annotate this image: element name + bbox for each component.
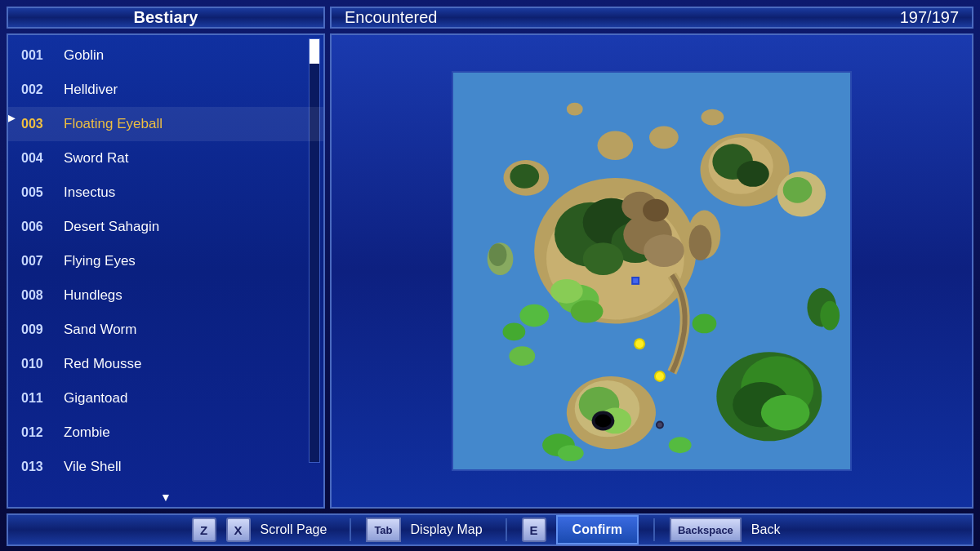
list-item[interactable]: 004Sword Rat: [8, 141, 323, 176]
encounter-count: 197/197: [900, 8, 959, 27]
entry-name: Helldiver: [64, 82, 118, 98]
encountered-label: Encountered: [345, 8, 437, 27]
svg-point-10: [550, 279, 583, 304]
bottom-bar: Z X Scroll Page Tab Display Map E Confir…: [7, 513, 973, 546]
svg-point-49: [567, 103, 583, 116]
svg-point-27: [761, 395, 810, 431]
entry-name: Vile Shell: [64, 459, 122, 475]
entry-number: 004: [21, 151, 64, 166]
entry-name: Red Mousse: [64, 356, 141, 372]
entry-name: Sword Rat: [64, 150, 128, 167]
top-bar: Bestiary Encountered 197/197: [7, 7, 973, 29]
list-item[interactable]: 007Flying Eyes: [8, 244, 323, 278]
separator-1: [350, 518, 351, 541]
entry-name: Sand Worm: [64, 322, 136, 338]
list-item[interactable]: 012Zombie: [8, 415, 323, 450]
entry-number: 013: [21, 460, 64, 474]
svg-point-44: [503, 322, 526, 340]
entry-number: 007: [21, 254, 64, 269]
entry-number: 008: [21, 288, 64, 303]
list-item[interactable]: 013Vile Shell: [8, 450, 323, 484]
entry-name: Hundlegs: [64, 287, 122, 304]
z-key-button[interactable]: Z: [192, 518, 216, 542]
scrollbar-thumb[interactable]: [310, 39, 319, 64]
svg-point-33: [595, 415, 612, 428]
list-item[interactable]: 001Goblin: [8, 38, 323, 73]
backspace-key-button[interactable]: Backspace: [670, 518, 742, 542]
list-item[interactable]: 005Insectus: [8, 176, 323, 210]
entry-number: 006: [21, 220, 64, 234]
svg-point-19: [510, 164, 539, 189]
entry-number: 001: [21, 48, 64, 63]
entry-number: 002: [21, 82, 64, 97]
world-map-svg: [453, 73, 850, 469]
svg-point-39: [656, 372, 664, 380]
svg-point-8: [644, 234, 684, 267]
list-item[interactable]: 006Desert Sahagin: [8, 210, 323, 244]
svg-point-11: [571, 300, 604, 323]
svg-point-45: [509, 346, 535, 366]
list-item[interactable]: 011Gigantoad: [8, 381, 323, 415]
svg-point-42: [693, 314, 717, 334]
scroll-page-label: Scroll Page: [261, 522, 327, 537]
entry-name: Floating Eyeball: [64, 116, 163, 132]
scrollbar[interactable]: [309, 38, 320, 463]
map-panel: [330, 33, 973, 509]
svg-point-21: [649, 126, 679, 149]
svg-point-37: [635, 340, 644, 348]
svg-point-23: [689, 224, 712, 260]
svg-point-56: [489, 243, 507, 266]
middle-content: 001Goblin002Helldiver▶003Floating Eyebal…: [7, 33, 973, 509]
list-item[interactable]: 008Hundlegs: [8, 278, 323, 313]
list-panel: 001Goblin002Helldiver▶003Floating Eyebal…: [7, 33, 325, 509]
svg-point-54: [669, 437, 692, 453]
svg-point-17: [783, 177, 813, 203]
entry-name: Desert Sahagin: [64, 219, 159, 235]
entry-name: Goblin: [64, 47, 104, 64]
selection-cursor: ▶: [8, 107, 16, 128]
list-item[interactable]: 010Red Mousse: [8, 347, 323, 381]
svg-point-6: [583, 242, 624, 275]
svg-point-15: [737, 161, 769, 187]
world-map-container: [452, 71, 852, 471]
svg-point-20: [598, 131, 634, 160]
back-label: Back: [751, 522, 781, 537]
tab-key-button[interactable]: Tab: [366, 518, 400, 542]
entry-number: 010: [21, 357, 64, 371]
entry-number: 003: [21, 117, 64, 131]
entry-number: 011: [21, 391, 64, 406]
entry-name: Gigantoad: [64, 390, 127, 407]
confirm-button[interactable]: Confirm: [556, 515, 639, 544]
entry-number: 009: [21, 322, 64, 337]
list-item[interactable]: 002Helldiver: [8, 73, 323, 107]
entry-number: 012: [21, 425, 64, 440]
scroll-down-arrow: ▼: [8, 487, 323, 507]
svg-point-47: [820, 301, 840, 331]
entry-name: Insectus: [64, 184, 115, 201]
x-key-button[interactable]: X: [226, 518, 251, 542]
svg-point-43: [519, 304, 549, 327]
display-map-label: Display Map: [411, 522, 483, 537]
separator-2: [506, 518, 507, 541]
main-container: Bestiary Encountered 197/197 001Goblin00…: [0, 0, 980, 551]
svg-rect-41: [633, 278, 638, 283]
bestiary-title: Bestiary: [7, 7, 325, 29]
entry-number: 005: [21, 185, 64, 200]
list-item[interactable]: 009Sand Worm: [8, 313, 323, 347]
svg-point-35: [657, 422, 662, 427]
list-scroll-area[interactable]: 001Goblin002Helldiver▶003Floating Eyebal…: [8, 35, 323, 487]
svg-point-51: [643, 199, 669, 222]
bestiary-label: Bestiary: [134, 8, 198, 27]
list-item[interactable]: ▶003Floating Eyeball: [8, 107, 323, 141]
encountered-bar: Encountered 197/197: [330, 7, 973, 29]
e-key-button[interactable]: E: [522, 518, 546, 542]
separator-3: [653, 518, 655, 541]
svg-point-53: [558, 445, 584, 461]
list-items-container: 001Goblin002Helldiver▶003Floating Eyebal…: [8, 38, 323, 484]
entry-name: Flying Eyes: [64, 253, 136, 269]
entry-name: Zombie: [64, 424, 110, 441]
svg-point-48: [702, 109, 724, 126]
